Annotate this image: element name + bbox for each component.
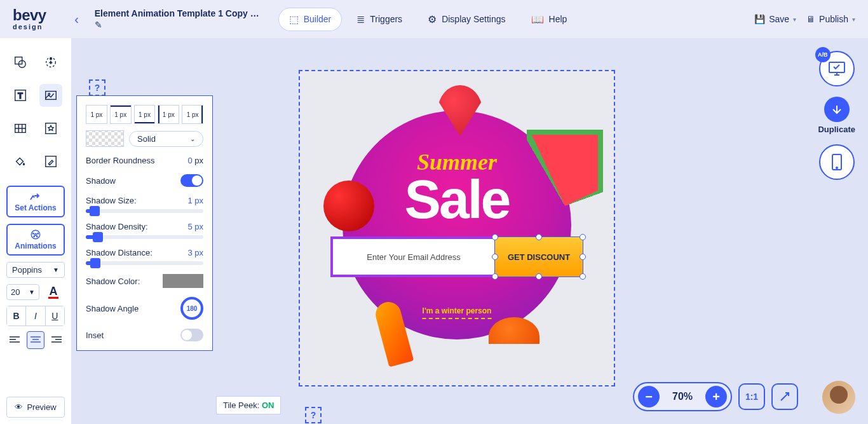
orange-image[interactable] — [489, 317, 539, 355]
ratio-button[interactable]: 1:1 — [738, 383, 765, 410]
animations-button[interactable]: Animations — [6, 224, 65, 256]
align-center-button[interactable] — [27, 331, 44, 349]
shadow-color-label: Shadow Color: — [86, 277, 140, 286]
inset-label: Inset — [86, 331, 104, 340]
zoom-controls: − 70% + 1:1 — [633, 382, 798, 411]
svg-rect-7 — [46, 92, 57, 100]
tab-builder[interactable]: ⬚Builder — [279, 8, 342, 31]
shadow-distance-label: Shadow Distance: — [86, 248, 153, 257]
font-size-input[interactable]: 20▼ — [6, 284, 39, 300]
svg-text:A: A — [50, 285, 58, 297]
border-all-input[interactable]: 1 px — [86, 105, 107, 124]
bold-button[interactable]: B — [7, 306, 25, 325]
shadow-angle-label: Shadow Angle — [86, 304, 139, 313]
sale-text[interactable]: Sale — [405, 168, 510, 231]
cherry-image[interactable] — [323, 181, 374, 231]
shadow-density-label: Shadow Density: — [86, 222, 148, 231]
resize-handle[interactable] — [492, 273, 498, 280]
tool-image[interactable] — [39, 84, 62, 107]
tool-fill[interactable] — [9, 150, 32, 173]
logo: bevy design — [13, 8, 46, 31]
watermelon-image[interactable] — [527, 130, 603, 206]
align-right-button[interactable] — [48, 331, 65, 349]
resize-handle[interactable] — [536, 273, 542, 280]
shadow-density-slider[interactable] — [86, 235, 203, 239]
display-icon: ⚙ — [428, 13, 437, 25]
shadow-color-swatch[interactable] — [163, 274, 203, 288]
border-right-input[interactable]: 1 px — [182, 105, 203, 124]
tool-star[interactable] — [39, 117, 62, 140]
edit-icon[interactable]: ✎ — [95, 20, 260, 30]
eye-icon: 👁 — [15, 402, 23, 412]
duplicate-button[interactable] — [824, 97, 850, 122]
chevron-down-icon: ▼ — [53, 266, 59, 273]
chevron-down-icon: ▼ — [29, 289, 35, 296]
tab-display[interactable]: ⚙Display Settings — [417, 8, 515, 31]
background-circle[interactable]: Summer Sale I'm a winter person — [342, 111, 571, 339]
expand-button[interactable] — [771, 383, 798, 410]
border-top-input[interactable]: 1 px — [110, 105, 132, 124]
canvas[interactable]: Summer Sale I'm a winter person Enter Yo… — [299, 70, 615, 386]
border-width-row: 1 px 1 px 1 px 1 px 1 px — [86, 105, 203, 124]
back-button[interactable]: ‹ — [65, 8, 88, 31]
svg-point-13 — [33, 233, 34, 235]
roundness-label: Border Roundness — [86, 156, 154, 165]
chevron-down-icon: ▾ — [793, 16, 796, 23]
strawberry-image[interactable] — [438, 85, 482, 136]
help-badge-bottom[interactable]: ? — [305, 407, 322, 423]
triggers-icon: ≣ — [356, 13, 365, 25]
svg-point-22 — [836, 167, 837, 168]
zoom-in-button[interactable]: + — [705, 386, 727, 407]
resize-handle[interactable] — [492, 234, 498, 240]
nav-tabs: ⬚Builder ≣Triggers ⚙Display Settings 📖He… — [279, 8, 754, 31]
border-left-input[interactable]: 1 px — [158, 105, 179, 124]
resize-handle[interactable] — [580, 254, 586, 260]
right-floaters: A/B Duplicate — [818, 51, 855, 180]
svg-point-14 — [37, 233, 39, 235]
set-actions-button[interactable]: Set Actions — [6, 186, 65, 217]
tile-peek[interactable]: Tile Peek: ON — [216, 396, 281, 414]
italic-button[interactable]: I — [25, 306, 44, 325]
discount-button[interactable]: GET DISCOUNT — [494, 236, 583, 277]
ab-badge: A/B — [815, 47, 831, 62]
tool-node[interactable]: + — [39, 51, 62, 74]
tool-grid[interactable] — [9, 117, 32, 140]
resize-handle[interactable] — [492, 254, 498, 260]
resize-handle[interactable] — [580, 273, 586, 280]
border-style-select[interactable]: Solid⌄ — [129, 131, 203, 147]
shadow-angle-dial[interactable]: 180 — [180, 297, 203, 320]
border-color-swatch[interactable] — [86, 130, 124, 147]
email-input[interactable]: Enter Your Email Address — [330, 236, 494, 277]
underline-button[interactable]: U — [45, 306, 64, 325]
save-button[interactable]: 💾Save▾ — [754, 14, 796, 24]
resize-handle[interactable] — [536, 234, 542, 240]
tool-text[interactable]: T — [9, 84, 32, 107]
font-select[interactable]: Poppins▼ — [6, 262, 65, 278]
mobile-preview-button[interactable] — [819, 144, 855, 180]
shadow-size-label: Shadow Size: — [86, 196, 137, 205]
sidebar: + T Set Actions Animations Poppins▼ 20▼ … — [0, 38, 71, 424]
shadow-distance-slider[interactable] — [86, 261, 203, 265]
shadow-toggle[interactable] — [180, 174, 203, 187]
tool-edit[interactable] — [39, 150, 62, 173]
title-block[interactable]: Element Animation Template 1 Copy Cop...… — [95, 8, 260, 30]
preview-button[interactable]: 👁Preview — [6, 397, 65, 418]
winter-link[interactable]: I'm a winter person — [423, 306, 492, 319]
design-content: Summer Sale I'm a winter person Enter Yo… — [300, 71, 614, 385]
shadow-label: Shadow — [86, 176, 116, 186]
popsicle-image[interactable] — [373, 299, 414, 367]
align-left-button[interactable] — [6, 331, 23, 349]
resize-handle[interactable] — [580, 234, 586, 240]
shadow-size-slider[interactable] — [86, 209, 203, 213]
zoom-out-button[interactable]: − — [638, 386, 660, 407]
tool-shape[interactable] — [9, 51, 32, 74]
inset-toggle[interactable] — [180, 329, 203, 341]
builder-icon: ⬚ — [289, 13, 299, 25]
tab-triggers[interactable]: ≣Triggers — [346, 8, 412, 31]
border-bottom-input[interactable]: 1 px — [134, 105, 156, 124]
publish-button[interactable]: 🖥Publish▾ — [806, 14, 855, 24]
user-avatar[interactable] — [822, 381, 855, 414]
tab-help[interactable]: 📖Help — [521, 8, 578, 31]
font-color-button[interactable]: A — [44, 283, 62, 301]
help-badge[interactable]: ? — [89, 79, 105, 96]
